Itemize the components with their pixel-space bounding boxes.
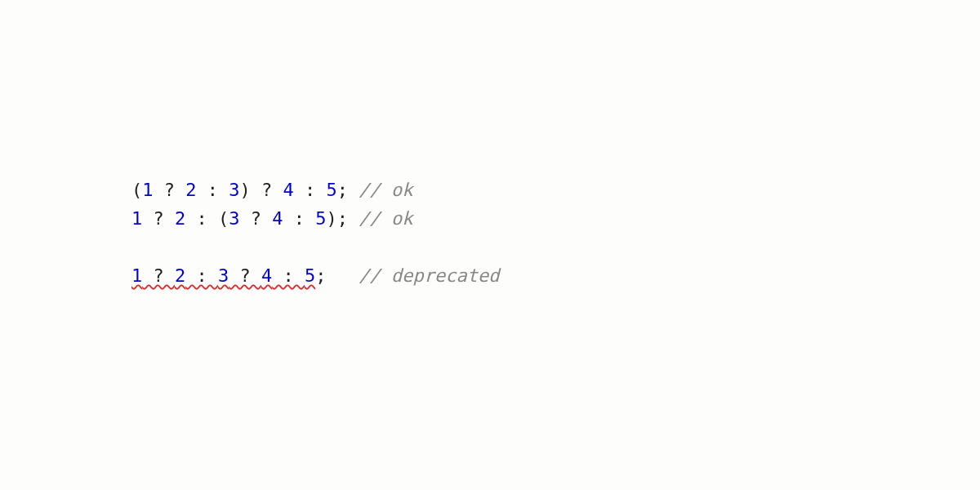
paren-open: ( [131, 180, 142, 200]
number-literal: 5 [315, 208, 326, 229]
semicolon: ; [337, 180, 348, 200]
whitespace [348, 208, 359, 229]
number-literal: 4 [272, 208, 283, 229]
number-literal: 1 [142, 180, 153, 200]
operator-ternary-c: : [294, 180, 327, 200]
number-literal: 4 [261, 265, 272, 286]
number-literal: 4 [283, 180, 293, 200]
number-literal: 1 [131, 265, 142, 286]
number-literal: 3 [218, 265, 229, 286]
number-literal: 5 [326, 180, 336, 200]
operator-ternary-c: : [185, 265, 218, 286]
code-line-1: (1 ? 2 : 3) ? 4 : 5; // ok [88, 147, 499, 176]
number-literal: 1 [131, 208, 142, 229]
number-literal: 5 [305, 265, 315, 286]
number-literal: 2 [185, 180, 196, 200]
operator-ternary-q: ? [142, 208, 175, 229]
comment-ok: // ok [359, 208, 412, 229]
number-literal: 2 [175, 208, 185, 229]
deprecated-expression: 1 ? 2 : 3 ? 4 : 5 [131, 265, 315, 286]
whitespace [326, 265, 359, 286]
number-literal: 3 [229, 208, 239, 229]
code-block: (1 ? 2 : 3) ? 4 : 5; // ok 1 ? 2 : (3 ? … [88, 147, 499, 261]
paren-close-q: ) ? [239, 180, 283, 200]
operator-colon-paren: : ( [185, 208, 229, 229]
operator-ternary-c: : [196, 180, 229, 200]
operator-ternary-q: ? [142, 265, 175, 286]
comment-deprecated: // deprecated [359, 265, 499, 286]
operator-ternary-q: ? [239, 208, 272, 229]
operator-ternary-c: : [283, 208, 315, 229]
semicolon: ; [315, 265, 326, 286]
paren-close-semicolon: ); [326, 208, 348, 229]
whitespace [348, 180, 359, 200]
number-literal: 2 [175, 265, 185, 286]
operator-ternary-q: ? [229, 265, 261, 286]
code-line-3: 1 ? 2 : 3 ? 4 : 5; // deprecated [88, 233, 499, 261]
operator-ternary-c: : [272, 265, 305, 286]
operator-ternary-q: ? [153, 180, 185, 200]
comment-ok: // ok [359, 180, 412, 200]
number-literal: 3 [229, 180, 239, 200]
